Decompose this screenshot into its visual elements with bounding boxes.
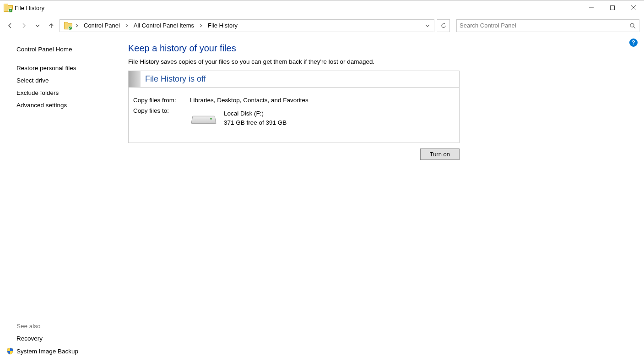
shield-icon xyxy=(6,347,14,355)
turn-on-button[interactable]: Turn on xyxy=(420,148,460,160)
nav-row: Control Panel All Control Panel Items Fi… xyxy=(0,18,644,33)
up-button[interactable] xyxy=(46,20,57,31)
breadcrumb-file-history[interactable]: File History xyxy=(204,20,241,32)
svg-point-4 xyxy=(630,23,634,27)
copy-from-label: Copy files from: xyxy=(133,97,190,104)
action-row: Turn on xyxy=(128,148,460,160)
window-title: File History xyxy=(15,5,44,11)
address-dropdown[interactable] xyxy=(423,20,432,32)
file-history-icon xyxy=(4,4,12,12)
search-icon[interactable] xyxy=(629,22,636,29)
search-box[interactable] xyxy=(456,19,639,32)
maximize-button[interactable] xyxy=(602,0,623,15)
drive-icon xyxy=(190,110,216,126)
svg-rect-1 xyxy=(611,6,615,10)
sidebar-recovery[interactable]: Recovery xyxy=(16,332,119,345)
sidebar-advanced-settings[interactable]: Advanced settings xyxy=(16,99,119,111)
back-button[interactable] xyxy=(5,20,16,31)
page-title: Keep a history of your files xyxy=(128,43,644,54)
drive-name: Local Disk (F:) xyxy=(224,109,287,118)
see-also-label: See also xyxy=(16,320,119,332)
drive-block: Local Disk (F:) 371 GB free of 391 GB xyxy=(190,109,287,128)
body: Control Panel Home Restore personal file… xyxy=(0,38,644,362)
main: ? Keep a history of your files File Hist… xyxy=(119,38,644,362)
window-controls xyxy=(581,0,644,15)
copy-from-value: Libraries, Desktop, Contacts, and Favori… xyxy=(190,97,308,104)
minimize-button[interactable] xyxy=(581,0,602,15)
sidebar-home[interactable]: Control Panel Home xyxy=(16,43,119,55)
sidebar-system-image-backup[interactable]: System Image Backup xyxy=(6,345,119,358)
address-bar[interactable]: Control Panel All Control Panel Items Fi… xyxy=(60,19,434,32)
help-button[interactable]: ? xyxy=(629,38,638,47)
sidebar-exclude-folders[interactable]: Exclude folders xyxy=(16,87,119,99)
sidebar: Control Panel Home Restore personal file… xyxy=(0,38,119,362)
search-input[interactable] xyxy=(460,22,629,29)
titlebar: File History xyxy=(0,0,644,15)
svg-line-5 xyxy=(633,27,635,28)
sidebar-restore-personal-files[interactable]: Restore personal files xyxy=(16,62,119,74)
panel-header: File History is off xyxy=(129,71,459,88)
chevron-right-icon[interactable] xyxy=(124,24,130,28)
recent-locations-button[interactable] xyxy=(32,20,43,31)
drive-space: 371 GB free of 391 GB xyxy=(224,118,287,127)
address-icon xyxy=(62,22,74,30)
chevron-right-icon[interactable] xyxy=(198,24,204,28)
status-flag-icon xyxy=(129,71,141,87)
status-panel: File History is off Copy files from: Lib… xyxy=(128,71,460,143)
forward-button[interactable] xyxy=(18,20,29,31)
panel-title: File History is off xyxy=(141,74,206,84)
titlebar-left: File History xyxy=(4,4,44,12)
breadcrumb-control-panel[interactable]: Control Panel xyxy=(80,20,124,32)
sidebar-item-label: System Image Backup xyxy=(16,348,78,355)
refresh-button[interactable] xyxy=(437,19,450,32)
page-subtitle: File History saves copies of your files … xyxy=(128,58,644,65)
close-button[interactable] xyxy=(623,0,644,15)
chevron-right-icon[interactable] xyxy=(74,24,80,28)
panel-body: Copy files from: Libraries, Desktop, Con… xyxy=(129,88,459,143)
breadcrumb-all-items[interactable]: All Control Panel Items xyxy=(130,20,198,32)
copy-to-label: Copy files to: xyxy=(133,107,190,128)
sidebar-select-drive[interactable]: Select drive xyxy=(16,74,119,87)
help-icon: ? xyxy=(632,39,635,46)
